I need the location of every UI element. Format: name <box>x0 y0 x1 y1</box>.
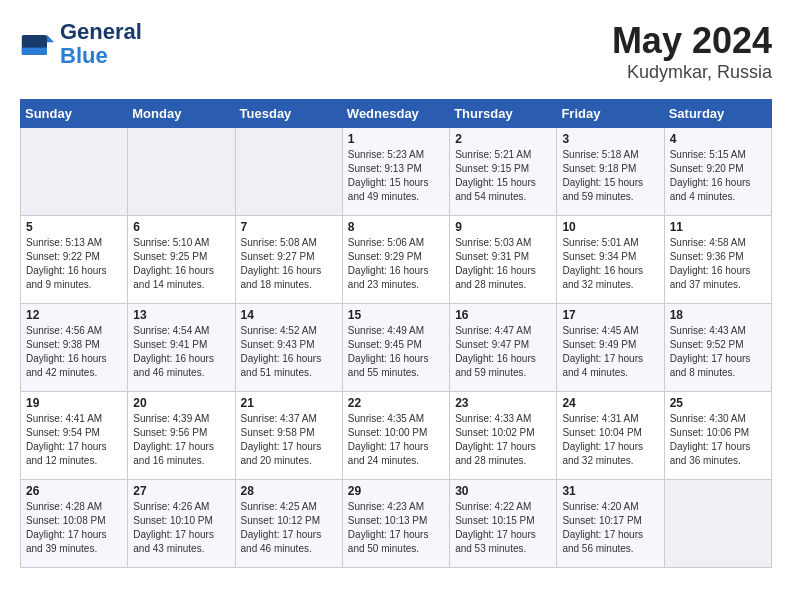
day-info: Sunrise: 4:43 AM Sunset: 9:52 PM Dayligh… <box>670 324 766 380</box>
calendar-table: SundayMondayTuesdayWednesdayThursdayFrid… <box>20 99 772 568</box>
day-number: 13 <box>133 308 229 322</box>
day-info: Sunrise: 4:45 AM Sunset: 9:49 PM Dayligh… <box>562 324 658 380</box>
day-number: 21 <box>241 396 337 410</box>
day-number: 1 <box>348 132 444 146</box>
day-info: Sunrise: 5:03 AM Sunset: 9:31 PM Dayligh… <box>455 236 551 292</box>
calendar-cell <box>21 128 128 216</box>
calendar-cell: 6Sunrise: 5:10 AM Sunset: 9:25 PM Daylig… <box>128 216 235 304</box>
location-title: Kudymkar, Russia <box>612 62 772 83</box>
day-info: Sunrise: 5:08 AM Sunset: 9:27 PM Dayligh… <box>241 236 337 292</box>
calendar-cell: 17Sunrise: 4:45 AM Sunset: 9:49 PM Dayli… <box>557 304 664 392</box>
day-number: 2 <box>455 132 551 146</box>
day-info: Sunrise: 4:37 AM Sunset: 9:58 PM Dayligh… <box>241 412 337 468</box>
calendar-cell: 27Sunrise: 4:26 AM Sunset: 10:10 PM Dayl… <box>128 480 235 568</box>
day-number: 3 <box>562 132 658 146</box>
calendar-cell: 13Sunrise: 4:54 AM Sunset: 9:41 PM Dayli… <box>128 304 235 392</box>
logo-icon <box>20 26 56 62</box>
calendar-cell: 23Sunrise: 4:33 AM Sunset: 10:02 PM Dayl… <box>450 392 557 480</box>
calendar-cell: 8Sunrise: 5:06 AM Sunset: 9:29 PM Daylig… <box>342 216 449 304</box>
calendar-cell <box>664 480 771 568</box>
calendar-cell: 7Sunrise: 5:08 AM Sunset: 9:27 PM Daylig… <box>235 216 342 304</box>
calendar-cell: 2Sunrise: 5:21 AM Sunset: 9:15 PM Daylig… <box>450 128 557 216</box>
day-number: 28 <box>241 484 337 498</box>
day-info: Sunrise: 5:23 AM Sunset: 9:13 PM Dayligh… <box>348 148 444 204</box>
day-info: Sunrise: 4:31 AM Sunset: 10:04 PM Daylig… <box>562 412 658 468</box>
day-info: Sunrise: 4:52 AM Sunset: 9:43 PM Dayligh… <box>241 324 337 380</box>
calendar-cell: 16Sunrise: 4:47 AM Sunset: 9:47 PM Dayli… <box>450 304 557 392</box>
day-info: Sunrise: 5:13 AM Sunset: 9:22 PM Dayligh… <box>26 236 122 292</box>
day-header-sunday: Sunday <box>21 100 128 128</box>
day-number: 20 <box>133 396 229 410</box>
calendar-cell: 9Sunrise: 5:03 AM Sunset: 9:31 PM Daylig… <box>450 216 557 304</box>
calendar-cell: 26Sunrise: 4:28 AM Sunset: 10:08 PM Dayl… <box>21 480 128 568</box>
calendar-header-row: SundayMondayTuesdayWednesdayThursdayFrid… <box>21 100 772 128</box>
calendar-week-5: 26Sunrise: 4:28 AM Sunset: 10:08 PM Dayl… <box>21 480 772 568</box>
calendar-cell: 25Sunrise: 4:30 AM Sunset: 10:06 PM Dayl… <box>664 392 771 480</box>
calendar-cell: 15Sunrise: 4:49 AM Sunset: 9:45 PM Dayli… <box>342 304 449 392</box>
title-block: May 2024 Kudymkar, Russia <box>612 20 772 83</box>
day-number: 27 <box>133 484 229 498</box>
calendar-cell: 4Sunrise: 5:15 AM Sunset: 9:20 PM Daylig… <box>664 128 771 216</box>
day-number: 14 <box>241 308 337 322</box>
calendar-cell: 31Sunrise: 4:20 AM Sunset: 10:17 PM Dayl… <box>557 480 664 568</box>
day-number: 24 <box>562 396 658 410</box>
day-info: Sunrise: 4:26 AM Sunset: 10:10 PM Daylig… <box>133 500 229 556</box>
calendar-cell: 21Sunrise: 4:37 AM Sunset: 9:58 PM Dayli… <box>235 392 342 480</box>
calendar-body: 1Sunrise: 5:23 AM Sunset: 9:13 PM Daylig… <box>21 128 772 568</box>
day-number: 31 <box>562 484 658 498</box>
day-number: 22 <box>348 396 444 410</box>
day-number: 16 <box>455 308 551 322</box>
day-number: 7 <box>241 220 337 234</box>
day-info: Sunrise: 4:56 AM Sunset: 9:38 PM Dayligh… <box>26 324 122 380</box>
day-info: Sunrise: 4:28 AM Sunset: 10:08 PM Daylig… <box>26 500 122 556</box>
day-info: Sunrise: 4:33 AM Sunset: 10:02 PM Daylig… <box>455 412 551 468</box>
calendar-cell: 24Sunrise: 4:31 AM Sunset: 10:04 PM Dayl… <box>557 392 664 480</box>
day-number: 18 <box>670 308 766 322</box>
calendar-cell: 11Sunrise: 4:58 AM Sunset: 9:36 PM Dayli… <box>664 216 771 304</box>
day-info: Sunrise: 4:49 AM Sunset: 9:45 PM Dayligh… <box>348 324 444 380</box>
svg-rect-2 <box>22 48 47 55</box>
day-number: 5 <box>26 220 122 234</box>
day-info: Sunrise: 4:20 AM Sunset: 10:17 PM Daylig… <box>562 500 658 556</box>
day-header-friday: Friday <box>557 100 664 128</box>
day-number: 19 <box>26 396 122 410</box>
calendar-week-3: 12Sunrise: 4:56 AM Sunset: 9:38 PM Dayli… <box>21 304 772 392</box>
day-number: 8 <box>348 220 444 234</box>
calendar-cell: 30Sunrise: 4:22 AM Sunset: 10:15 PM Dayl… <box>450 480 557 568</box>
day-info: Sunrise: 5:21 AM Sunset: 9:15 PM Dayligh… <box>455 148 551 204</box>
day-info: Sunrise: 4:47 AM Sunset: 9:47 PM Dayligh… <box>455 324 551 380</box>
day-info: Sunrise: 4:30 AM Sunset: 10:06 PM Daylig… <box>670 412 766 468</box>
day-number: 11 <box>670 220 766 234</box>
calendar-cell: 5Sunrise: 5:13 AM Sunset: 9:22 PM Daylig… <box>21 216 128 304</box>
day-number: 15 <box>348 308 444 322</box>
day-info: Sunrise: 5:06 AM Sunset: 9:29 PM Dayligh… <box>348 236 444 292</box>
day-number: 10 <box>562 220 658 234</box>
svg-marker-1 <box>47 35 54 42</box>
calendar-cell: 12Sunrise: 4:56 AM Sunset: 9:38 PM Dayli… <box>21 304 128 392</box>
calendar-cell: 18Sunrise: 4:43 AM Sunset: 9:52 PM Dayli… <box>664 304 771 392</box>
day-number: 6 <box>133 220 229 234</box>
calendar-cell: 3Sunrise: 5:18 AM Sunset: 9:18 PM Daylig… <box>557 128 664 216</box>
day-number: 26 <box>26 484 122 498</box>
calendar-cell <box>128 128 235 216</box>
calendar-cell: 1Sunrise: 5:23 AM Sunset: 9:13 PM Daylig… <box>342 128 449 216</box>
day-header-wednesday: Wednesday <box>342 100 449 128</box>
day-header-monday: Monday <box>128 100 235 128</box>
day-info: Sunrise: 4:58 AM Sunset: 9:36 PM Dayligh… <box>670 236 766 292</box>
logo: General Blue <box>20 20 142 68</box>
day-info: Sunrise: 4:23 AM Sunset: 10:13 PM Daylig… <box>348 500 444 556</box>
day-info: Sunrise: 5:18 AM Sunset: 9:18 PM Dayligh… <box>562 148 658 204</box>
day-info: Sunrise: 4:41 AM Sunset: 9:54 PM Dayligh… <box>26 412 122 468</box>
day-info: Sunrise: 5:10 AM Sunset: 9:25 PM Dayligh… <box>133 236 229 292</box>
day-header-tuesday: Tuesday <box>235 100 342 128</box>
day-info: Sunrise: 4:22 AM Sunset: 10:15 PM Daylig… <box>455 500 551 556</box>
calendar-cell: 20Sunrise: 4:39 AM Sunset: 9:56 PM Dayli… <box>128 392 235 480</box>
day-number: 12 <box>26 308 122 322</box>
day-number: 4 <box>670 132 766 146</box>
calendar-cell: 22Sunrise: 4:35 AM Sunset: 10:00 PM Dayl… <box>342 392 449 480</box>
day-info: Sunrise: 4:25 AM Sunset: 10:12 PM Daylig… <box>241 500 337 556</box>
calendar-week-1: 1Sunrise: 5:23 AM Sunset: 9:13 PM Daylig… <box>21 128 772 216</box>
day-header-saturday: Saturday <box>664 100 771 128</box>
day-number: 9 <box>455 220 551 234</box>
calendar-cell <box>235 128 342 216</box>
